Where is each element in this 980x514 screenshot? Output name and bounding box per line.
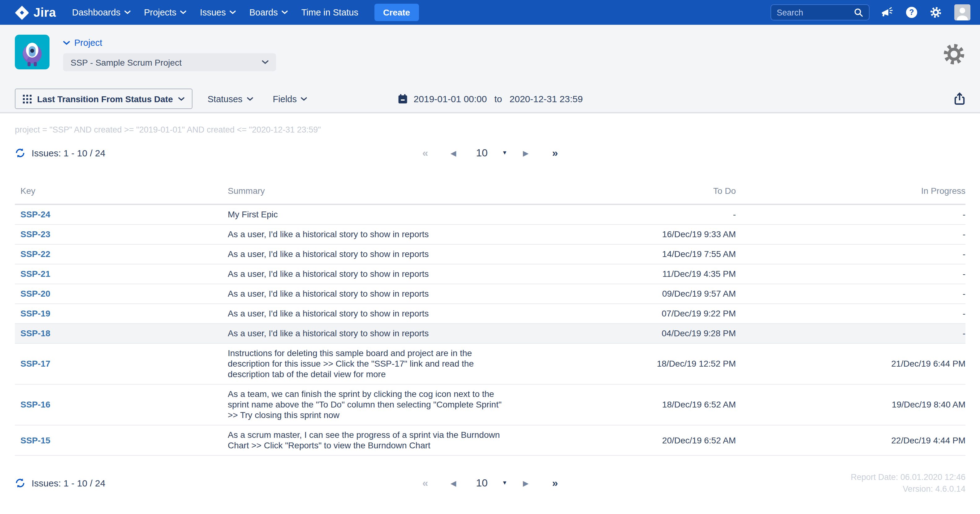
table-row: SSP-16 As a team, we can finish the spri… [15, 384, 966, 425]
search-box[interactable] [770, 4, 870, 21]
table-row: SSP-19 As a user, I'd like a historical … [15, 304, 966, 324]
table-row: SSP-17 Instructions for deleting this sa… [15, 343, 966, 384]
issue-summary: As a user, I'd like a historical story t… [228, 225, 519, 244]
issue-todo-date: 18/Dec/19 12:52 PM [519, 343, 736, 384]
date-range-picker[interactable]: 2019-01-01 00:00 to 2020-12-31 23:59 [398, 94, 583, 104]
filter-toolbar: Last Transition From Status Date Statuse… [15, 89, 966, 109]
issue-summary: As a user, I'd like a historical story t… [228, 284, 519, 304]
refresh-icon[interactable] [15, 148, 25, 158]
page-size-dropdown-icon[interactable]: ▼ [502, 480, 508, 486]
fields-dropdown[interactable]: Fields [273, 94, 307, 104]
date-to-word: to [494, 94, 502, 104]
column-header-todo: To Do [519, 180, 736, 204]
issue-key-link[interactable]: SSP-24 [15, 204, 228, 225]
megaphone-icon[interactable] [881, 6, 894, 18]
issue-inprogress-date: 22/Dec/19 4:44 PM [736, 425, 966, 455]
grid-icon [23, 94, 32, 103]
issue-todo-date: 14/Dec/19 7:55 AM [519, 244, 736, 264]
issues-count: Issues: 1 - 10 / 24 [32, 478, 105, 488]
last-page-button[interactable]: » [552, 478, 558, 488]
refresh-icon[interactable] [15, 478, 25, 488]
gear-icon[interactable] [929, 6, 942, 19]
export-icon[interactable] [954, 92, 966, 105]
column-header-inprogress: In Progress [736, 180, 966, 204]
create-button[interactable]: Create [374, 4, 419, 21]
chevron-down-icon [124, 11, 130, 14]
search-input[interactable] [777, 8, 853, 17]
issue-todo-date: 18/Dec/19 6:52 AM [519, 384, 736, 425]
issue-key-link[interactable]: SSP-20 [15, 284, 228, 304]
report-date: Report Date: 06.01.2020 12:46 [851, 471, 966, 483]
nav-item-time-in-status[interactable]: Time in Status [301, 8, 358, 18]
issues-table-body: SSP-24 My First Epic - - SSP-23 As a use… [15, 204, 966, 455]
report-version: Version: 4.6.0.14 [851, 483, 966, 495]
app-window: Jira Dashboards Projects Issues Boards T… [0, 0, 980, 514]
column-header-summary: Summary [228, 180, 519, 204]
report-meta: Report Date: 06.01.2020 12:46 Version: 4… [851, 471, 966, 495]
page-size-value[interactable]: 10 [476, 148, 488, 158]
issue-todo-date: 07/Dec/19 9:22 PM [519, 304, 736, 324]
issue-key-link[interactable]: SSP-19 [15, 304, 228, 324]
issues-count: Issues: 1 - 10 / 24 [32, 148, 105, 158]
issue-summary: Instructions for deleting this sample bo… [228, 343, 519, 384]
table-row: SSP-18 As a user, I'd like a historical … [15, 324, 966, 343]
issue-todo-date: 09/Dec/19 9:57 AM [519, 284, 736, 304]
nav-item-boards[interactable]: Boards [250, 8, 288, 18]
project-selector-block: Project SSP - Sample Scrum Project [63, 35, 276, 71]
first-page-button[interactable]: « [422, 478, 428, 488]
bottom-list-controls: Issues: 1 - 10 / 24 « ◀ 10 ▼ ▶ » Report … [15, 468, 966, 498]
issue-todo-date: 20/Dec/19 6:52 AM [519, 425, 736, 455]
issue-summary: As a team, we can finish the sprint by c… [228, 384, 519, 425]
search-icon[interactable] [853, 8, 863, 18]
table-row: SSP-20 As a user, I'd like a historical … [15, 284, 966, 304]
top-navigation-bar: Jira Dashboards Projects Issues Boards T… [0, 0, 980, 25]
page-size-dropdown-icon[interactable]: ▼ [502, 150, 508, 156]
issue-todo-date: 04/Dec/19 9:28 PM [519, 324, 736, 343]
next-page-button[interactable]: ▶ [523, 149, 528, 157]
issue-key-link[interactable]: SSP-16 [15, 384, 228, 425]
chevron-down-icon [180, 11, 186, 14]
issue-summary: As a scrum master, I can see the progres… [228, 425, 519, 455]
issue-summary: As a user, I'd like a historical story t… [228, 244, 519, 264]
project-select[interactable]: SSP - Sample Scrum Project [63, 53, 276, 71]
jira-logo[interactable]: Jira [15, 5, 56, 19]
issue-key-link[interactable]: SSP-18 [15, 324, 228, 343]
issue-key-link[interactable]: SSP-22 [15, 244, 228, 264]
nav-item-issues[interactable]: Issues [200, 8, 236, 18]
issue-key-link[interactable]: SSP-21 [15, 264, 228, 284]
date-to: 2020-12-31 23:59 [510, 94, 583, 104]
help-icon[interactable]: ? [906, 7, 917, 18]
prev-page-button[interactable]: ◀ [450, 479, 456, 487]
issue-inprogress-date: - [736, 284, 966, 304]
report-type-label: Last Transition From Status Date [37, 94, 173, 104]
table-header-row: Key Summary To Do In Progress [15, 180, 966, 204]
jira-logo-icon [15, 5, 29, 19]
report-type-dropdown[interactable]: Last Transition From Status Date [15, 89, 193, 109]
issue-key-link[interactable]: SSP-23 [15, 225, 228, 244]
first-page-button[interactable]: « [422, 148, 428, 158]
prev-page-button[interactable]: ◀ [450, 149, 456, 157]
avatar[interactable] [954, 4, 970, 21]
pagination-bottom: « ◀ 10 ▼ ▶ » [422, 478, 558, 488]
chevron-down-icon [230, 11, 236, 14]
table-row: SSP-24 My First Epic - - [15, 204, 966, 225]
project-avatar [15, 35, 49, 69]
page-size-value[interactable]: 10 [476, 478, 488, 488]
column-header-key: Key [15, 180, 228, 204]
settings-gear-icon[interactable] [943, 43, 966, 68]
project-section-toggle[interactable]: Project [63, 38, 276, 48]
next-page-button[interactable]: ▶ [523, 479, 528, 487]
issue-key-link[interactable]: SSP-15 [15, 425, 228, 455]
issue-inprogress-date: - [736, 264, 966, 284]
project-label: Project [74, 38, 102, 48]
last-page-button[interactable]: » [552, 148, 558, 158]
chevron-down-icon [301, 97, 307, 101]
nav-item-dashboards[interactable]: Dashboards [72, 8, 130, 18]
pagination-top: « ◀ 10 ▼ ▶ » [422, 148, 558, 158]
nav-item-projects[interactable]: Projects [144, 8, 186, 18]
project-select-value: SSP - Sample Scrum Project [70, 57, 181, 67]
issue-inprogress-date: - [736, 324, 966, 343]
issue-key-link[interactable]: SSP-17 [15, 343, 228, 384]
statuses-dropdown[interactable]: Statuses [208, 94, 253, 104]
issue-todo-date: 11/Dec/19 4:35 PM [519, 264, 736, 284]
